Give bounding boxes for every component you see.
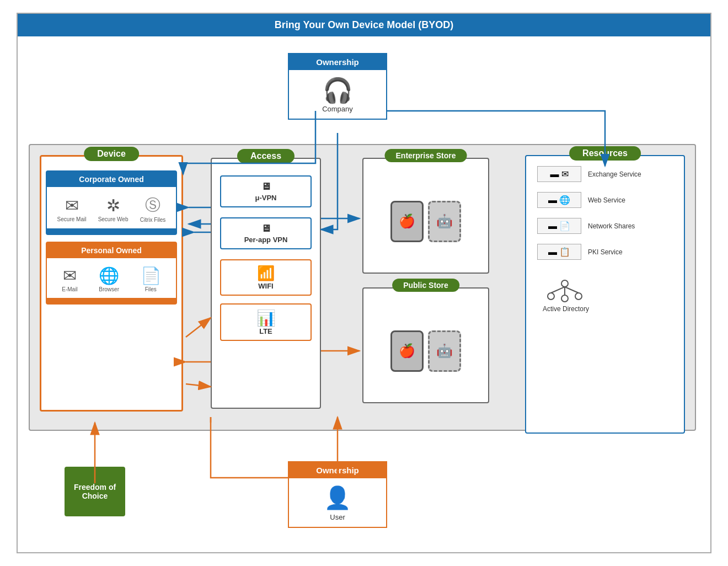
files-block: 📄 Files xyxy=(141,266,161,292)
exchange-label: Exchange Service xyxy=(588,170,641,178)
svg-point-2 xyxy=(575,293,582,300)
svg-point-0 xyxy=(561,280,568,287)
personal-owned-box: Personal Owned ✉ E-Mail 🌐 Browser 📄 File… xyxy=(46,242,177,305)
pki-icon-box: ▬ 📋 xyxy=(537,244,581,260)
ad-icon xyxy=(537,275,673,303)
resources-label: Resources xyxy=(569,146,641,161)
svg-line-4 xyxy=(551,287,565,293)
enterprise-store-label: Enterprise Store xyxy=(385,149,467,162)
wifi-label: WIFI xyxy=(258,282,273,290)
per-app-vpn-label: Per-app VPN xyxy=(244,236,288,244)
exchange-mail-icon: ✉ xyxy=(561,169,569,179)
per-app-vpn-icon: 🖥 xyxy=(224,223,308,234)
network-line-icon: ▬ xyxy=(548,221,557,231)
svg-line-5 xyxy=(565,287,579,293)
company-ownership-box: Ownership 🎧 Company xyxy=(288,53,387,120)
web-label: Web Service xyxy=(588,196,625,204)
enterprise-apple-phone: 🍎 xyxy=(390,201,424,242)
web-line-icon: ▬ xyxy=(548,195,557,205)
company-person-icon: 🎧 xyxy=(295,78,381,103)
personal-owned-body: ✉ E-Mail 🌐 Browser 📄 Files xyxy=(47,258,176,298)
public-store-content: 🍎 🤖 xyxy=(363,300,488,402)
browser-block: 🌐 Browser xyxy=(99,266,119,292)
network-shares-item: ▬ 📄 Network Shares xyxy=(537,218,673,234)
email-block: ✉ E-Mail xyxy=(62,266,77,292)
exchange-line-icon: ▬ xyxy=(550,169,559,179)
resources-section: Resources ▬ ✉ Exchange Service ▬ 🌐 Web S… xyxy=(525,155,685,434)
secure-mail-icon: ✉ xyxy=(57,196,87,215)
secure-web-icon: ✲ xyxy=(98,196,129,215)
device-section: Device Corporate Owned ✉ Secure Mail ✲ S… xyxy=(40,155,183,412)
android-icon: 🤖 xyxy=(428,201,461,242)
main-area: Ownership 🎧 Company Device Corporate Own… xyxy=(18,36,710,551)
pki-line-icon: ▬ xyxy=(548,247,557,257)
lte-item: 📊 LTE xyxy=(220,303,312,341)
personal-owned-header: Personal Owned xyxy=(47,243,176,258)
files-label: Files xyxy=(145,286,157,292)
email-label: E-Mail xyxy=(62,286,77,292)
web-icon-box: ▬ 🌐 xyxy=(537,192,581,208)
freedom-choice-box: Freedom of Choice xyxy=(65,467,125,516)
lte-label: LTE xyxy=(259,327,272,335)
corporate-owned-box: Corporate Owned ✉ Secure Mail ✲ Secure W… xyxy=(46,170,177,235)
lte-icon: 📊 xyxy=(256,309,276,327)
ad-label: Active Directory xyxy=(537,305,589,313)
email-icon: ✉ xyxy=(62,266,77,285)
exchange-icon-box: ▬ ✉ xyxy=(537,166,581,182)
access-label: Access xyxy=(237,149,295,163)
wifi-item: 📶 WIFI xyxy=(220,259,312,296)
corporate-owned-body: ✉ Secure Mail ✲ Secure Web Ⓢ Citrix File… xyxy=(47,187,176,228)
user-ownership-box: Ownership 👤 User xyxy=(288,461,387,528)
web-service-item: ▬ 🌐 Web Service xyxy=(537,192,673,208)
public-apple-phone: 🍎 xyxy=(390,330,424,372)
files-icon: 📄 xyxy=(141,266,161,285)
citrix-files-block: Ⓢ Citrix Files xyxy=(140,195,166,223)
user-ownership-header: Ownership xyxy=(289,462,386,478)
user-person-icon: 👤 xyxy=(295,485,381,511)
public-store-label: Public Store xyxy=(392,279,459,292)
svg-point-3 xyxy=(561,295,568,302)
citrix-files-icon: Ⓢ xyxy=(140,195,166,216)
per-app-vpn-item: 🖥 Per-app VPN xyxy=(220,217,312,249)
uvpn-label: μ-VPN xyxy=(255,194,276,202)
diagram-wrapper: Bring Your Own Device Model (BYOD) Owner… xyxy=(17,13,711,553)
corporate-owned-header: Corporate Owned xyxy=(47,172,176,187)
secure-mail-label: Secure Mail xyxy=(57,216,87,222)
browser-icon: 🌐 xyxy=(99,266,119,285)
browser-label: Browser xyxy=(99,286,119,292)
company-ownership-body: 🎧 Company xyxy=(289,70,386,119)
network-file-icon: 📄 xyxy=(559,221,570,231)
enterprise-store-content: 🍎 🤖 xyxy=(363,170,488,273)
apple-icon: 🍎 xyxy=(390,201,424,242)
web-globe-icon: 🌐 xyxy=(559,195,570,205)
network-icon-box: ▬ 📄 xyxy=(537,218,581,234)
pki-label: PKI Service xyxy=(588,248,623,256)
public-store-section: Public Store 🍎 🤖 xyxy=(362,287,489,403)
uvpn-item: 🖥 μ-VPN xyxy=(220,175,312,207)
company-label: Company xyxy=(322,105,353,113)
title-bar: Bring Your Own Device Model (BYOD) xyxy=(18,14,710,36)
public-android-icon: 🤖 xyxy=(428,330,461,372)
exchange-service-item: ▬ ✉ Exchange Service xyxy=(537,166,673,182)
freedom-choice-label: Freedom of Choice xyxy=(69,483,121,500)
wifi-icon: 📶 xyxy=(257,265,275,281)
access-section: Access 🖥 μ-VPN 🖥 Per-app VPN 📶 WIFI 📊 LT… xyxy=(211,158,321,409)
public-android-phone: 🤖 xyxy=(428,330,461,372)
active-directory-item: Active Directory xyxy=(537,270,673,313)
secure-web-block: ✲ Secure Web xyxy=(98,196,129,222)
network-label: Network Shares xyxy=(588,222,635,230)
enterprise-android-phone: 🤖 xyxy=(428,201,461,242)
pki-list-icon: 📋 xyxy=(559,247,570,257)
company-ownership-header: Ownership xyxy=(289,54,386,70)
secure-mail-block: ✉ Secure Mail xyxy=(57,196,87,222)
secure-web-label: Secure Web xyxy=(98,216,129,222)
enterprise-store-section: Enterprise Store 🍎 🤖 xyxy=(362,158,489,274)
title-text: Bring Your Own Device Model (BYOD) xyxy=(275,19,453,30)
user-label: User xyxy=(330,513,345,521)
uvpn-icon: 🖥 xyxy=(224,181,308,193)
citrix-files-label: Citrix Files xyxy=(140,217,166,223)
public-apple-icon: 🍎 xyxy=(390,330,424,372)
ad-network-svg xyxy=(543,275,587,303)
device-label: Device xyxy=(84,147,139,161)
pki-service-item: ▬ 📋 PKI Service xyxy=(537,244,673,260)
